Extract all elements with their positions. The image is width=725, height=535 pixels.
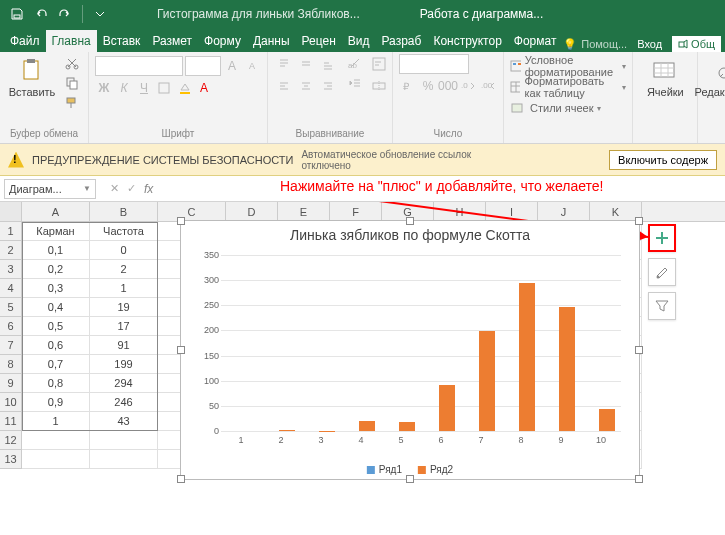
redo-icon[interactable]	[54, 3, 76, 25]
save-icon[interactable]	[6, 3, 28, 25]
cell[interactable]: 246	[90, 393, 158, 412]
row-header[interactable]: 3	[0, 260, 22, 279]
chart-bar[interactable]	[359, 421, 375, 431]
cell[interactable]: 0,9	[22, 393, 90, 412]
font-family-select[interactable]	[95, 56, 183, 76]
tab-insert[interactable]: Вставк	[97, 30, 147, 52]
cell[interactable]: 17	[90, 317, 158, 336]
tab-review[interactable]: Рецен	[296, 30, 342, 52]
cell[interactable]: 2	[90, 260, 158, 279]
decrease-indent-icon[interactable]	[346, 74, 364, 92]
copy-icon[interactable]	[62, 74, 82, 92]
column-header[interactable]: J	[538, 202, 590, 221]
cell[interactable]: 43	[90, 412, 158, 431]
row-header[interactable]: 9	[0, 374, 22, 393]
enable-content-button[interactable]: Включить содерж	[609, 150, 717, 170]
tab-formulas[interactable]: Форму	[198, 30, 247, 52]
wrap-text-button[interactable]	[372, 54, 386, 74]
row-header[interactable]: 12	[0, 431, 22, 450]
align-middle-icon[interactable]	[296, 54, 316, 74]
cell[interactable]: 0,7	[22, 355, 90, 374]
cell[interactable]: 0,3	[22, 279, 90, 298]
column-header[interactable]: D	[226, 202, 278, 221]
tab-layout[interactable]: Размет	[146, 30, 198, 52]
tab-chart-design[interactable]: Конструктор	[427, 30, 507, 52]
chart-title[interactable]: Линька зябликов по формуле Скотта	[181, 221, 639, 249]
row-header[interactable]: 7	[0, 336, 22, 355]
row-header[interactable]: 4	[0, 279, 22, 298]
login-button[interactable]: Вход	[631, 38, 668, 50]
row-header[interactable]: 8	[0, 355, 22, 374]
cell[interactable]	[22, 450, 90, 469]
align-center-icon[interactable]	[296, 76, 316, 96]
cancel-icon[interactable]: ✕	[110, 182, 119, 196]
chart-styles-brush-button[interactable]	[648, 258, 676, 286]
cell[interactable]	[90, 431, 158, 450]
cell[interactable]: 294	[90, 374, 158, 393]
row-header[interactable]: 1	[0, 222, 22, 241]
increase-decimal-icon[interactable]: .0	[459, 77, 477, 95]
comma-icon[interactable]: 000	[439, 77, 457, 95]
cell[interactable]: 0,6	[22, 336, 90, 355]
column-header[interactable]: F	[330, 202, 382, 221]
tab-view[interactable]: Вид	[342, 30, 376, 52]
row-header[interactable]: 11	[0, 412, 22, 431]
tab-file[interactable]: Файл	[4, 30, 46, 52]
cell[interactable]: 0,4	[22, 298, 90, 317]
fill-color-icon[interactable]	[175, 79, 193, 97]
row-header[interactable]: 13	[0, 450, 22, 469]
cell[interactable]: 0,8	[22, 374, 90, 393]
chart-object[interactable]: Линька зябликов по формуле Скотта 050100…	[180, 220, 640, 480]
underline-button[interactable]: Ч	[135, 79, 153, 97]
chart-bar[interactable]	[519, 283, 535, 431]
increase-font-icon[interactable]: A	[223, 57, 241, 75]
orientation-icon[interactable]: ab	[346, 54, 364, 72]
currency-icon[interactable]: ₽	[399, 77, 417, 95]
name-box[interactable]: Диаграм... ▼	[4, 179, 96, 199]
font-color-icon[interactable]: A	[195, 79, 213, 97]
column-header[interactable]: H	[434, 202, 486, 221]
chart-x-axis[interactable]: 12345678910	[221, 435, 621, 449]
format-painter-icon[interactable]	[62, 94, 82, 112]
chart-bar[interactable]	[599, 409, 615, 431]
chart-bar[interactable]	[559, 307, 575, 431]
cell[interactable]: Частота	[90, 222, 158, 241]
undo-icon[interactable]	[30, 3, 52, 25]
row-header[interactable]: 6	[0, 317, 22, 336]
editing-button[interactable]: Редактирован	[704, 54, 725, 100]
cell[interactable]: 0	[90, 241, 158, 260]
cut-icon[interactable]	[62, 54, 82, 72]
column-header[interactable]: A	[22, 202, 90, 221]
row-header[interactable]: 5	[0, 298, 22, 317]
merge-center-button[interactable]	[372, 76, 386, 96]
conditional-formatting-button[interactable]: Условное форматирование▾	[510, 56, 626, 76]
bold-button[interactable]: Ж	[95, 79, 113, 97]
decrease-font-icon[interactable]: A	[243, 57, 261, 75]
column-header[interactable]: B	[90, 202, 158, 221]
font-size-select[interactable]	[185, 56, 221, 76]
border-icon[interactable]	[155, 79, 173, 97]
select-all-corner[interactable]	[0, 202, 22, 221]
cell[interactable]	[22, 431, 90, 450]
cell[interactable]: 199	[90, 355, 158, 374]
cell[interactable]: 1	[22, 412, 90, 431]
align-top-icon[interactable]	[274, 54, 294, 74]
cell[interactable]: 0,1	[22, 241, 90, 260]
cells-button[interactable]: Ячейки	[639, 54, 691, 100]
row-header[interactable]: 2	[0, 241, 22, 260]
decrease-decimal-icon[interactable]: .00	[479, 77, 497, 95]
cell[interactable]: 19	[90, 298, 158, 317]
chart-bar[interactable]	[279, 430, 295, 431]
italic-button[interactable]: К	[115, 79, 133, 97]
cell[interactable]: 0,5	[22, 317, 90, 336]
confirm-icon[interactable]: ✓	[127, 182, 136, 196]
cell[interactable]	[90, 450, 158, 469]
paste-button[interactable]: Вставить	[6, 54, 58, 100]
chart-y-axis[interactable]: 050100150200250300350	[197, 255, 219, 431]
percent-icon[interactable]: %	[419, 77, 437, 95]
cell[interactable]: 0,2	[22, 260, 90, 279]
chart-plot-area[interactable]	[221, 255, 621, 431]
chart-elements-plus-button[interactable]	[648, 224, 676, 252]
tab-data[interactable]: Данны	[247, 30, 296, 52]
cell[interactable]: Карман	[22, 222, 90, 241]
